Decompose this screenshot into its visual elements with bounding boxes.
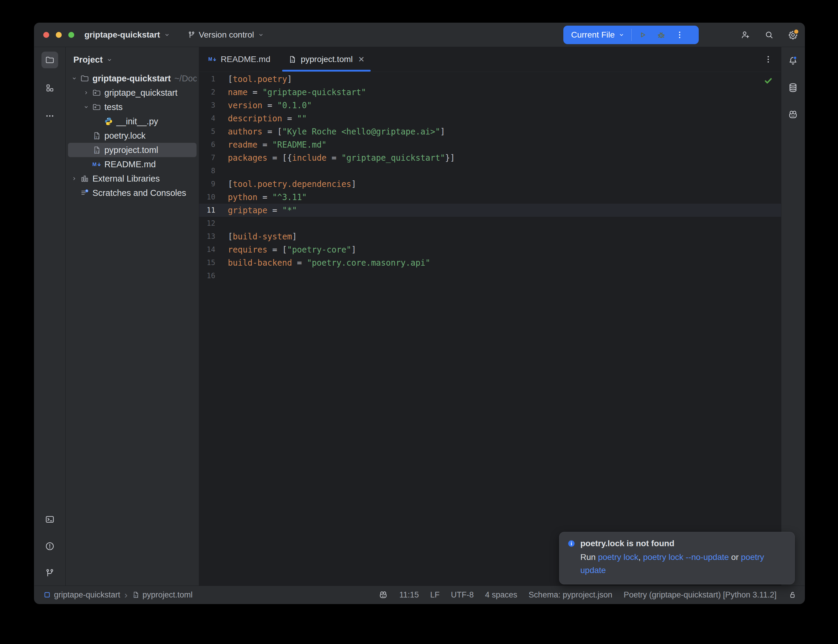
add-user-icon [740, 30, 750, 40]
tool-folder-button[interactable] [41, 52, 58, 68]
project-selector[interactable]: griptape-quickstart [81, 28, 174, 42]
status-item-schema-pyproject-json[interactable]: Schema: pyproject.json [529, 590, 613, 600]
line-number: 13 [199, 230, 222, 243]
tree-item-scratches-and-consoles[interactable]: Scratches and Consoles [68, 186, 197, 200]
tool-ai-assistant-button[interactable] [786, 108, 800, 121]
tree-item-label: griptape_quickstart [104, 88, 177, 98]
tree-item-poetry-lock[interactable]: [T]poetry.lock [68, 128, 197, 143]
tool-more-button[interactable] [41, 108, 58, 124]
breadcrumb-label: pyproject.toml [143, 590, 193, 600]
line-number: 11 [199, 204, 222, 217]
tree-item-griptape-quickstart[interactable]: griptape-quickstart~/Docume [68, 71, 197, 85]
tree-item-griptape-quickstart[interactable]: griptape_quickstart [68, 85, 197, 100]
tree-item-pyproject-toml[interactable]: [T]pyproject.toml [68, 143, 197, 157]
status-item-4-spaces[interactable]: 4 spaces [485, 590, 518, 600]
run-button[interactable] [633, 30, 652, 40]
project-icon [43, 591, 51, 599]
inspections-ok-icon[interactable] [763, 76, 773, 85]
tool-structure-button[interactable] [41, 80, 58, 96]
tab-options-kebab-icon[interactable] [764, 55, 773, 64]
code-text: python = "^3.11" [222, 191, 307, 204]
status-item-11-15[interactable]: 11:15 [399, 590, 419, 600]
folder-src-icon [92, 88, 101, 97]
status-item-utf-8[interactable]: UTF-8 [451, 590, 474, 600]
code-line-6[interactable]: 6readme = "README.md" [199, 138, 781, 151]
debug-button[interactable] [652, 30, 670, 40]
structure-icon [45, 83, 54, 93]
tab-pyproject-toml[interactable]: [T]pyproject.toml✕ [279, 47, 373, 72]
tree-item-readme-md[interactable]: MREADME.md [68, 157, 197, 171]
code-line-2[interactable]: 2name = "griptape-quickstart" [199, 85, 781, 99]
code-line-5[interactable]: 5authors = ["Kyle Roche <hello@griptape.… [199, 125, 781, 138]
code-line-1[interactable]: 1[tool.poetry] [199, 72, 781, 85]
search-button[interactable] [764, 30, 774, 40]
zoom-window-button[interactable] [68, 32, 74, 38]
tool-version-control-button[interactable] [43, 567, 56, 580]
tree-item-label: Scratches and Consoles [92, 188, 186, 198]
tab-readme-md[interactable]: MREADME.md [199, 47, 279, 72]
run-more-button[interactable] [670, 30, 689, 39]
code-line-9[interactable]: 9[tool.poetry.dependencies] [199, 177, 781, 191]
tool-database-button[interactable] [786, 81, 800, 94]
run-configuration-selector[interactable]: Current File [564, 30, 629, 39]
notification-link-poetry-lock[interactable]: poetry lock [598, 552, 638, 562]
breadcrumb-pyproject-toml[interactable]: [T]pyproject.toml [132, 590, 193, 600]
notification-toast[interactable]: poetry.lock is not found Run poetry lock… [559, 532, 795, 584]
chevron-right-icon[interactable] [69, 175, 80, 182]
code-line-4[interactable]: 4description = "" [199, 112, 781, 125]
code-line-11[interactable]: 11griptape = "*" [199, 204, 781, 217]
status-item-poetry-griptape-quickstart-pyt[interactable]: Poetry (griptape-quickstart) [Python 3.1… [624, 590, 777, 600]
tree-item-init-py[interactable]: __init__.py [68, 114, 197, 128]
tool-problems-button[interactable] [43, 540, 56, 553]
line-number: 6 [199, 138, 222, 151]
code-editor[interactable]: 1[tool.poetry]2name = "griptape-quicksta… [199, 72, 781, 586]
code-line-13[interactable]: 13[build-system] [199, 230, 781, 243]
ai-assistant-icon[interactable] [378, 590, 388, 600]
tree-item-tests[interactable]: tests [68, 100, 197, 114]
add-user-button[interactable] [740, 30, 750, 40]
code-line-16[interactable]: 16 [199, 269, 781, 283]
ai-assistant-icon [788, 109, 799, 120]
library-icon [80, 174, 89, 183]
chevron-down-icon[interactable] [69, 75, 80, 82]
tool-notifications-button[interactable] [786, 54, 800, 67]
chevron-down-icon [71, 75, 78, 82]
code-line-7[interactable]: 7packages = [{include = "griptape_quicks… [199, 151, 781, 164]
code-line-12[interactable]: 12 [199, 217, 781, 230]
chevron-down-icon [105, 56, 113, 64]
unlock-icon[interactable] [788, 590, 797, 599]
library-icon [80, 174, 89, 183]
tree-item-label: External Libraries [92, 174, 160, 184]
code-text [222, 164, 228, 177]
code-line-14[interactable]: 14requires = ["poetry-core"] [199, 243, 781, 256]
close-tab-icon[interactable]: ✕ [358, 55, 365, 64]
run-widget: Current File [564, 26, 699, 44]
python-icon [104, 117, 113, 126]
code-line-8[interactable]: 8 [199, 164, 781, 177]
folder-icon [80, 74, 89, 83]
minimize-window-button[interactable] [56, 32, 62, 38]
run-configuration-label: Current File [571, 30, 615, 39]
tree-item-label: griptape-quickstart [92, 74, 171, 84]
code-text: build-backend = "poetry.core.masonry.api… [222, 256, 431, 269]
svg-text:[T]: [T] [289, 60, 295, 63]
code-text: [build-system] [222, 230, 297, 243]
chevron-down-icon[interactable] [81, 104, 92, 111]
code-line-15[interactable]: 15build-backend = "poetry.core.masonry.a… [199, 256, 781, 269]
editor-area: MREADME.md[T]pyproject.toml✕ 1[tool.poet… [199, 47, 781, 586]
vcs-selector[interactable]: Version control [183, 28, 268, 42]
notification-link-poetry-lock-no-update[interactable]: poetry lock --no-update [643, 552, 729, 562]
code-text: authors = ["Kyle Roche <hello@griptape.a… [222, 125, 445, 138]
status-item-lf[interactable]: LF [431, 590, 440, 600]
settings-button[interactable] [788, 30, 798, 40]
notification-text: Run [580, 552, 598, 562]
folder-src-icon [92, 102, 101, 112]
code-line-10[interactable]: 10python = "^3.11" [199, 191, 781, 204]
code-line-3[interactable]: 3version = "0.1.0" [199, 99, 781, 112]
breadcrumb-griptape-quickstart[interactable]: griptape-quickstart [43, 590, 120, 600]
close-window-button[interactable] [43, 32, 49, 38]
tool-terminal-button[interactable] [43, 513, 56, 526]
project-panel-header[interactable]: Project [73, 55, 199, 65]
tree-item-external-libraries[interactable]: External Libraries [68, 171, 197, 186]
chevron-right-icon[interactable] [81, 89, 92, 96]
